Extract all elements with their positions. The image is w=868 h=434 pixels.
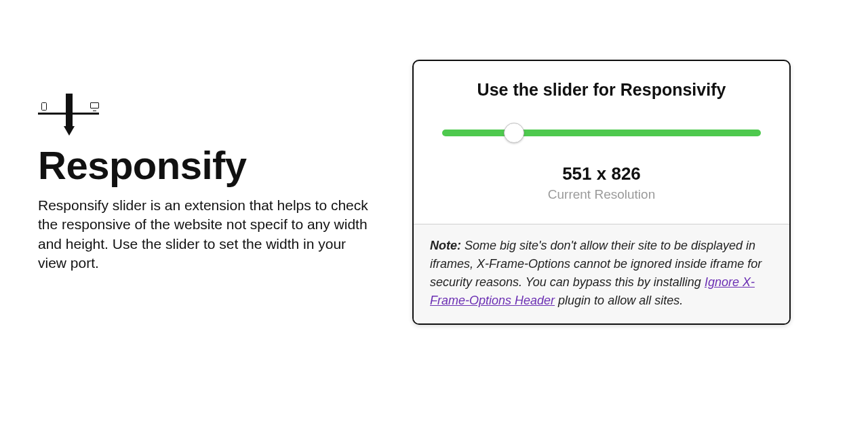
responsify-logo-icon — [38, 88, 99, 140]
note-label: Note: — [430, 239, 461, 252]
note-block: Note: Some big site's don't allow their … — [414, 224, 789, 323]
responsify-slider-panel: Use the slider for Responsivify 551 x 82… — [412, 60, 791, 325]
slider-thumb[interactable] — [504, 123, 524, 143]
note-text-after: plugin to allow all sites. — [555, 294, 683, 307]
slider-track — [442, 130, 761, 136]
panel-title: Use the slider for Responsivify — [437, 80, 766, 100]
page-title: Responsify — [38, 145, 370, 186]
current-resolution-label: Current Resolution — [437, 187, 766, 202]
width-slider[interactable] — [442, 121, 761, 143]
page-description: Responsify slider is an extension that h… — [38, 196, 370, 273]
current-resolution-value: 551 x 826 — [437, 163, 766, 184]
